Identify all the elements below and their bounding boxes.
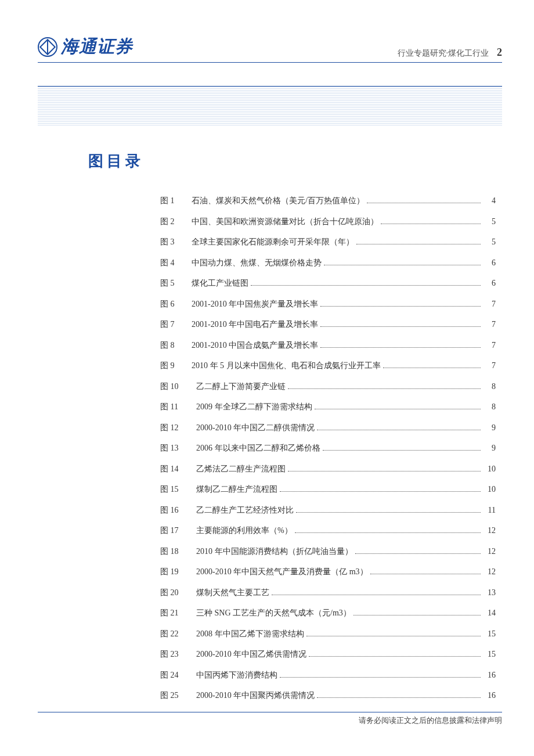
toc-entry-page: 7 xyxy=(483,320,496,329)
toc-entry: 图 122000-2010 年中国乙二醇供需情况9 xyxy=(160,423,496,433)
toc-leader-dots xyxy=(288,471,481,471)
toc-entry: 图 132006 年以来中国乙二醇和乙烯价格9 xyxy=(160,443,496,453)
toc-entry-page: 12 xyxy=(483,547,496,556)
toc-entry-label: 图 10 xyxy=(160,381,189,392)
toc-entry-title: 2000-2010 年中国天然气产量及消费量（亿 m3） xyxy=(196,567,368,577)
toc-entry-page: 8 xyxy=(483,382,496,391)
toc-entry-label: 图 23 xyxy=(160,649,189,660)
header-meta: 行业专题研究·煤化工行业 2 xyxy=(398,46,503,59)
toc-entry-label: 图 22 xyxy=(160,629,189,639)
toc-entry: 图 192000-2010 年中国天然气产量及消费量（亿 m3）12 xyxy=(160,567,496,577)
toc-title: 图目录 xyxy=(88,151,144,171)
toc-list: 图 1石油、煤炭和天然气价格（美元/百万热值单位）4图 2中国、美国和欧洲资源储… xyxy=(160,196,496,711)
toc-entry-page: 5 xyxy=(483,237,496,247)
toc-entry-label: 图 17 xyxy=(160,525,189,536)
toc-leader-dots xyxy=(320,347,481,348)
toc-entry: 图 15煤制乙二醇生产流程图10 xyxy=(160,484,496,495)
toc-entry-page: 5 xyxy=(483,217,496,226)
toc-entry-title: 主要能源的利用效率（%） xyxy=(196,525,293,536)
toc-entry-label: 图 1 xyxy=(160,196,185,206)
toc-entry-label: 图 14 xyxy=(160,464,189,474)
toc-entry-title: 乙二醇生产工艺经济性对比 xyxy=(196,505,294,516)
toc-leader-dots xyxy=(280,491,481,492)
toc-entry-title: 2000-2010 年中国聚丙烯供需情况 xyxy=(196,690,315,701)
toc-leader-dots xyxy=(355,553,481,554)
page-number: 2 xyxy=(497,46,502,59)
toc-entry-title: 2009 年全球乙二醇下游需求结构 xyxy=(196,402,312,412)
toc-entry: 图 252000-2010 年中国聚丙烯供需情况16 xyxy=(160,690,496,701)
toc-entry-page: 8 xyxy=(483,402,496,412)
toc-entry-page: 10 xyxy=(483,485,496,494)
disclaimer: 请务必阅读正文之后的信息披露和法律声明 xyxy=(359,715,502,726)
toc-entry-label: 图 15 xyxy=(160,484,189,495)
toc-entry-label: 图 19 xyxy=(160,567,189,577)
logo-icon xyxy=(38,37,57,57)
toc-entry: 图 24中国丙烯下游消费结构16 xyxy=(160,670,496,681)
toc-entry-title: 乙烯法乙二醇生产流程图 xyxy=(196,464,286,474)
toc-entry-label: 图 24 xyxy=(160,670,189,681)
toc-entry-title: 中国动力煤、焦煤、无烟煤价格走势 xyxy=(192,258,322,268)
toc-entry-page: 4 xyxy=(483,196,496,206)
toc-entry-label: 图 13 xyxy=(160,443,189,453)
toc-entry-label: 图 20 xyxy=(160,588,189,598)
toc-entry-label: 图 6 xyxy=(160,299,185,309)
toc-leader-dots xyxy=(306,636,481,636)
toc-entry-label: 图 4 xyxy=(160,258,185,268)
toc-entry-title: 2008 年中国乙烯下游需求结构 xyxy=(196,629,304,639)
toc-entry: 图 17主要能源的利用效率（%）12 xyxy=(160,525,496,536)
toc-entry: 图 232000-2010 年中国乙烯供需情况15 xyxy=(160,649,496,660)
company-name: 海通证券 xyxy=(61,35,133,59)
toc-entry: 图 14乙烯法乙二醇生产流程图10 xyxy=(160,464,496,474)
toc-leader-dots xyxy=(370,574,481,574)
toc-entry: 图 62001-2010 年中国焦炭产量及增长率7 xyxy=(160,299,496,309)
toc-entry: 图 112009 年全球乙二醇下游需求结构8 xyxy=(160,402,496,412)
toc-entry-title: 中国、美国和欧洲资源储量对比（折合十亿吨原油） xyxy=(192,217,378,227)
toc-entry-label: 图 2 xyxy=(160,217,185,227)
toc-entry: 图 2中国、美国和欧洲资源储量对比（折合十亿吨原油）5 xyxy=(160,217,496,227)
toc-entry-title: 2010 年中国能源消费结构（折亿吨油当量） xyxy=(196,546,353,557)
toc-entry-page: 16 xyxy=(483,691,496,700)
toc-entry-label: 图 18 xyxy=(160,546,189,557)
toc-leader-dots xyxy=(280,677,481,678)
toc-entry: 图 72001-2010 年中国电石产量及增长率7 xyxy=(160,319,496,330)
toc-entry-page: 6 xyxy=(483,258,496,268)
toc-entry-title: 2000-2010 年中国乙烯供需情况 xyxy=(196,649,306,660)
toc-leader-dots xyxy=(317,697,481,698)
toc-entry-page: 12 xyxy=(483,567,496,577)
toc-entry-title: 2001-2010 中国合成氨产量及增长率 xyxy=(192,340,318,351)
toc-entry: 图 92010 年 5 月以来中国焦化、电石和合成氨行业开工率7 xyxy=(160,361,496,371)
toc-leader-dots xyxy=(288,388,481,389)
toc-leader-dots xyxy=(367,203,481,203)
toc-entry: 图 182010 年中国能源消费结构（折亿吨油当量）12 xyxy=(160,546,496,557)
toc-entry-title: 2010 年 5 月以来中国焦化、电石和合成氨行业开工率 xyxy=(192,361,381,371)
toc-entry: 图 5煤化工产业链图6 xyxy=(160,278,496,289)
toc-entry-title: 2000-2010 年中国乙二醇供需情况 xyxy=(196,423,315,433)
toc-leader-dots xyxy=(383,368,481,368)
toc-entry-page: 11 xyxy=(483,506,496,515)
toc-entry-title: 2001-2010 年中国焦炭产量及增长率 xyxy=(192,299,318,309)
toc-entry-title: 中国丙烯下游消费结构 xyxy=(196,670,277,681)
decorative-lines xyxy=(38,86,502,127)
toc-entry-title: 乙二醇上下游简要产业链 xyxy=(196,381,286,392)
toc-entry: 图 1石油、煤炭和天然气价格（美元/百万热值单位）4 xyxy=(160,196,496,206)
toc-entry-label: 图 11 xyxy=(160,402,189,412)
toc-leader-dots xyxy=(317,430,481,430)
toc-entry-title: 2001-2010 年中国电石产量及增长率 xyxy=(192,319,318,330)
toc-entry: 图 20煤制天然气主要工艺13 xyxy=(160,588,496,598)
toc-leader-dots xyxy=(272,595,481,595)
toc-entry-title: 石油、煤炭和天然气价格（美元/百万热值单位） xyxy=(192,196,365,206)
toc-leader-dots xyxy=(323,450,481,451)
company-logo: 海通证券 xyxy=(38,35,133,59)
toc-leader-dots xyxy=(324,265,481,265)
toc-entry-title: 煤制乙二醇生产流程图 xyxy=(196,484,277,495)
toc-leader-dots xyxy=(381,224,481,224)
toc-entry: 图 4中国动力煤、焦煤、无烟煤价格走势6 xyxy=(160,258,496,268)
toc-leader-dots xyxy=(251,285,481,286)
toc-leader-dots xyxy=(296,512,481,513)
toc-entry-title: 煤制天然气主要工艺 xyxy=(196,588,269,598)
toc-entry-label: 图 5 xyxy=(160,278,185,289)
toc-entry-page: 15 xyxy=(483,629,496,639)
toc-entry-page: 9 xyxy=(483,423,496,433)
toc-leader-dots xyxy=(309,656,481,657)
toc-entry-page: 13 xyxy=(483,588,496,597)
